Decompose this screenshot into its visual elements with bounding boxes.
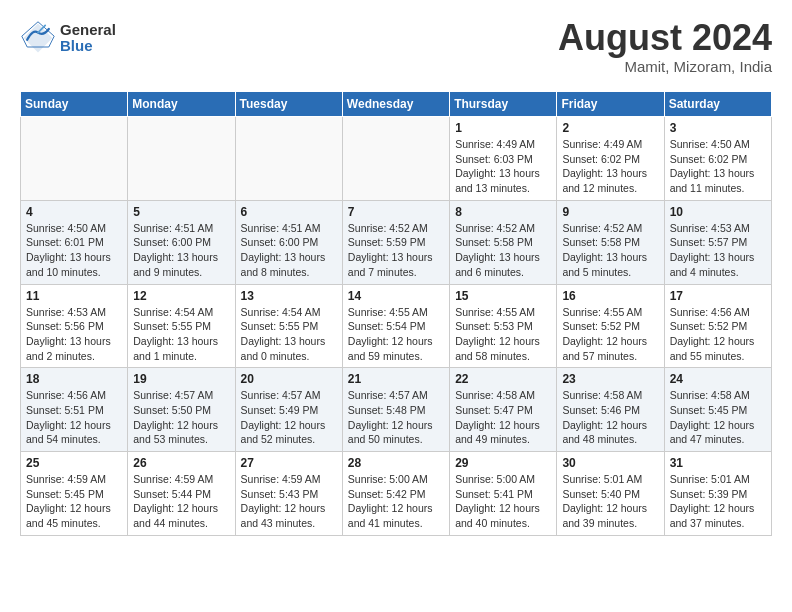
week-row-2: 4Sunrise: 4:50 AM Sunset: 6:01 PM Daylig… [21,200,772,284]
calendar-body: 1Sunrise: 4:49 AM Sunset: 6:03 PM Daylig… [21,117,772,536]
day-info: Sunrise: 4:56 AM Sunset: 5:51 PM Dayligh… [26,388,122,447]
day-info: Sunrise: 4:56 AM Sunset: 5:52 PM Dayligh… [670,305,766,364]
day-number: 18 [26,372,122,386]
day-number: 19 [133,372,229,386]
calendar-cell: 30Sunrise: 5:01 AM Sunset: 5:40 PM Dayli… [557,452,664,536]
day-info: Sunrise: 4:50 AM Sunset: 6:01 PM Dayligh… [26,221,122,280]
location-subtitle: Mamit, Mizoram, India [558,58,772,75]
logo-text: General Blue [60,22,116,55]
calendar-cell: 24Sunrise: 4:58 AM Sunset: 5:45 PM Dayli… [664,368,771,452]
day-info: Sunrise: 4:58 AM Sunset: 5:46 PM Dayligh… [562,388,658,447]
calendar-cell: 1Sunrise: 4:49 AM Sunset: 6:03 PM Daylig… [450,117,557,201]
month-title: August 2024 [558,20,772,56]
day-number: 10 [670,205,766,219]
day-info: Sunrise: 5:01 AM Sunset: 5:39 PM Dayligh… [670,472,766,531]
calendar-cell: 18Sunrise: 4:56 AM Sunset: 5:51 PM Dayli… [21,368,128,452]
day-number: 13 [241,289,337,303]
day-number: 9 [562,205,658,219]
calendar-cell: 21Sunrise: 4:57 AM Sunset: 5:48 PM Dayli… [342,368,449,452]
day-number: 6 [241,205,337,219]
day-number: 25 [26,456,122,470]
day-info: Sunrise: 4:52 AM Sunset: 5:59 PM Dayligh… [348,221,444,280]
day-number: 16 [562,289,658,303]
calendar-cell [21,117,128,201]
calendar-cell: 29Sunrise: 5:00 AM Sunset: 5:41 PM Dayli… [450,452,557,536]
day-info: Sunrise: 4:53 AM Sunset: 5:57 PM Dayligh… [670,221,766,280]
day-header-tuesday: Tuesday [235,92,342,117]
day-number: 30 [562,456,658,470]
day-info: Sunrise: 4:52 AM Sunset: 5:58 PM Dayligh… [562,221,658,280]
day-number: 21 [348,372,444,386]
week-row-1: 1Sunrise: 4:49 AM Sunset: 6:03 PM Daylig… [21,117,772,201]
calendar-cell: 2Sunrise: 4:49 AM Sunset: 6:02 PM Daylig… [557,117,664,201]
calendar-cell: 23Sunrise: 4:58 AM Sunset: 5:46 PM Dayli… [557,368,664,452]
day-info: Sunrise: 4:58 AM Sunset: 5:47 PM Dayligh… [455,388,551,447]
day-header-wednesday: Wednesday [342,92,449,117]
day-info: Sunrise: 5:00 AM Sunset: 5:42 PM Dayligh… [348,472,444,531]
day-header-saturday: Saturday [664,92,771,117]
calendar-cell: 27Sunrise: 4:59 AM Sunset: 5:43 PM Dayli… [235,452,342,536]
calendar-cell: 4Sunrise: 4:50 AM Sunset: 6:01 PM Daylig… [21,200,128,284]
calendar-cell: 7Sunrise: 4:52 AM Sunset: 5:59 PM Daylig… [342,200,449,284]
day-number: 23 [562,372,658,386]
day-number: 26 [133,456,229,470]
day-info: Sunrise: 4:54 AM Sunset: 5:55 PM Dayligh… [241,305,337,364]
calendar-cell: 12Sunrise: 4:54 AM Sunset: 5:55 PM Dayli… [128,284,235,368]
day-header-monday: Monday [128,92,235,117]
logo-general-text: General [60,22,116,39]
logo: General Blue [20,20,116,56]
day-info: Sunrise: 5:01 AM Sunset: 5:40 PM Dayligh… [562,472,658,531]
day-info: Sunrise: 4:49 AM Sunset: 6:03 PM Dayligh… [455,137,551,196]
day-info: Sunrise: 4:59 AM Sunset: 5:43 PM Dayligh… [241,472,337,531]
calendar-cell: 17Sunrise: 4:56 AM Sunset: 5:52 PM Dayli… [664,284,771,368]
day-info: Sunrise: 5:00 AM Sunset: 5:41 PM Dayligh… [455,472,551,531]
calendar-cell [235,117,342,201]
calendar-cell: 10Sunrise: 4:53 AM Sunset: 5:57 PM Dayli… [664,200,771,284]
calendar-header: SundayMondayTuesdayWednesdayThursdayFrid… [21,92,772,117]
day-number: 17 [670,289,766,303]
day-number: 5 [133,205,229,219]
calendar-cell: 5Sunrise: 4:51 AM Sunset: 6:00 PM Daylig… [128,200,235,284]
calendar-cell: 15Sunrise: 4:55 AM Sunset: 5:53 PM Dayli… [450,284,557,368]
day-number: 4 [26,205,122,219]
day-number: 15 [455,289,551,303]
day-number: 24 [670,372,766,386]
day-number: 3 [670,121,766,135]
calendar-cell: 28Sunrise: 5:00 AM Sunset: 5:42 PM Dayli… [342,452,449,536]
calendar-cell: 26Sunrise: 4:59 AM Sunset: 5:44 PM Dayli… [128,452,235,536]
day-number: 12 [133,289,229,303]
calendar-cell [128,117,235,201]
calendar-cell [342,117,449,201]
day-info: Sunrise: 4:55 AM Sunset: 5:52 PM Dayligh… [562,305,658,364]
day-number: 7 [348,205,444,219]
day-number: 29 [455,456,551,470]
week-row-3: 11Sunrise: 4:53 AM Sunset: 5:56 PM Dayli… [21,284,772,368]
calendar-cell: 22Sunrise: 4:58 AM Sunset: 5:47 PM Dayli… [450,368,557,452]
calendar-cell: 11Sunrise: 4:53 AM Sunset: 5:56 PM Dayli… [21,284,128,368]
calendar-cell: 14Sunrise: 4:55 AM Sunset: 5:54 PM Dayli… [342,284,449,368]
day-info: Sunrise: 4:53 AM Sunset: 5:56 PM Dayligh… [26,305,122,364]
day-info: Sunrise: 4:57 AM Sunset: 5:48 PM Dayligh… [348,388,444,447]
day-number: 11 [26,289,122,303]
day-number: 2 [562,121,658,135]
day-info: Sunrise: 4:57 AM Sunset: 5:49 PM Dayligh… [241,388,337,447]
day-number: 27 [241,456,337,470]
day-info: Sunrise: 4:55 AM Sunset: 5:54 PM Dayligh… [348,305,444,364]
day-info: Sunrise: 4:55 AM Sunset: 5:53 PM Dayligh… [455,305,551,364]
day-info: Sunrise: 4:49 AM Sunset: 6:02 PM Dayligh… [562,137,658,196]
day-info: Sunrise: 4:51 AM Sunset: 6:00 PM Dayligh… [241,221,337,280]
logo-icon [20,20,56,56]
day-number: 22 [455,372,551,386]
day-number: 8 [455,205,551,219]
week-row-4: 18Sunrise: 4:56 AM Sunset: 5:51 PM Dayli… [21,368,772,452]
day-info: Sunrise: 4:52 AM Sunset: 5:58 PM Dayligh… [455,221,551,280]
calendar-cell: 20Sunrise: 4:57 AM Sunset: 5:49 PM Dayli… [235,368,342,452]
day-header-friday: Friday [557,92,664,117]
page-header: General Blue August 2024 Mamit, Mizoram,… [20,20,772,75]
calendar-cell: 16Sunrise: 4:55 AM Sunset: 5:52 PM Dayli… [557,284,664,368]
day-info: Sunrise: 4:59 AM Sunset: 5:45 PM Dayligh… [26,472,122,531]
day-number: 31 [670,456,766,470]
calendar-cell: 13Sunrise: 4:54 AM Sunset: 5:55 PM Dayli… [235,284,342,368]
day-info: Sunrise: 4:51 AM Sunset: 6:00 PM Dayligh… [133,221,229,280]
day-number: 1 [455,121,551,135]
